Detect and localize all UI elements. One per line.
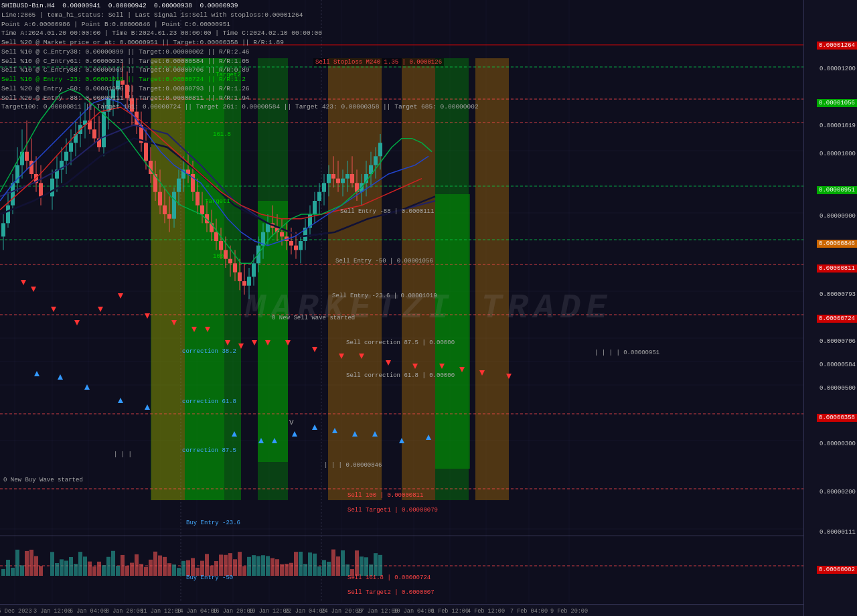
time-label-13: 4 Feb 12:00 (467, 608, 505, 615)
price-label-724: 0.00000724 (817, 315, 857, 323)
price-label-2: 0.00001056 (817, 99, 857, 107)
price-label-5: 0.00000900 (820, 213, 856, 220)
price-label-951: 0.00000951 (817, 186, 857, 194)
price-label-811: 0.00000811 (817, 264, 857, 273)
time-label-15: 9 Feb 20:00 (550, 608, 588, 615)
time-label-4: 11 Jan 12:00 (140, 608, 181, 615)
time-label-12: 1 Feb 12:00 (431, 608, 469, 615)
time-label-7: 19 Jan 12:00 (248, 608, 289, 615)
price-label-12: 0.00000111 (820, 529, 856, 536)
price-label-846: 0.00000846 (817, 240, 857, 248)
price-axis: 0.00001264 0.00001200 0.00001056 0.00001… (803, 0, 857, 616)
time-label-3: 8 Jan 20:00 (106, 608, 143, 615)
price-label-11: 0.00000200 (820, 489, 856, 495)
time-label-5: 14 Jan 04:00 (176, 608, 217, 615)
time-label-2: 6 Jan 04:00 (70, 608, 107, 615)
price-label-6: 0.00000793 (820, 291, 856, 298)
price-label-7: 0.00000706 (820, 338, 856, 345)
price-label-1: 0.00001200 (820, 66, 856, 72)
time-label-1: 3 Jan 12:00 (33, 608, 71, 615)
time-label-9: 24 Jan 20:00 (321, 608, 362, 615)
price-label-358: 0.00000358 (817, 414, 857, 422)
price-label-3: 0.00001019 (820, 123, 856, 129)
time-axis: 5 Dec 2023 3 Jan 12:00 6 Jan 04:00 8 Jan… (0, 604, 803, 616)
chart-container: SHIBUSD-Bin.H4 0.00000941 0.00000942 0.0… (0, 0, 857, 616)
time-label-10: 27 Jan 12:00 (357, 608, 398, 615)
time-label-0: 5 Dec 2023 (0, 608, 32, 615)
price-label-8: 0.00000584 (820, 362, 856, 368)
price-label-002: 0.00000002 (817, 566, 857, 574)
price-label-10: 0.00000300 (820, 441, 856, 447)
time-label-6: 16 Jan 20:00 (212, 608, 253, 615)
price-label-9: 0.00000500 (820, 385, 856, 392)
price-label-4: 0.00001000 (820, 151, 856, 157)
time-label-8: 22 Jan 04:00 (285, 608, 325, 615)
time-label-11: 30 Jan 04:00 (393, 608, 434, 615)
time-label-14: 7 Feb 04:00 (510, 608, 548, 615)
watermark: MARKETZI TRADE (245, 289, 613, 328)
price-label-stoploss: 0.00001264 (817, 42, 857, 50)
